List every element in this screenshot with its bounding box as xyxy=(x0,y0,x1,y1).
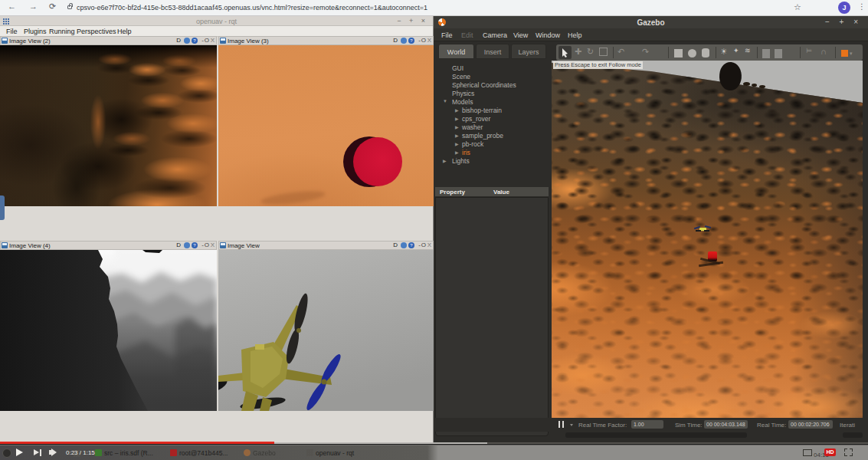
minimize-icon[interactable]: - xyxy=(418,242,421,248)
collapse-arrow-icon[interactable]: ▼ xyxy=(443,99,447,104)
minimize-icon[interactable]: - xyxy=(418,37,421,44)
gazebo-menu-view[interactable]: View xyxy=(513,31,528,39)
step-caret-icon[interactable] xyxy=(570,424,573,426)
expand-arrow-icon[interactable]: ▶ xyxy=(443,158,447,163)
rtf-value[interactable]: 1.00 xyxy=(631,420,663,429)
tab-layers[interactable]: Layers xyxy=(511,44,546,59)
help-icon[interactable]: ? xyxy=(192,38,198,44)
hd-settings-badge[interactable]: HD xyxy=(824,449,836,456)
dock-button[interactable]: D xyxy=(176,242,181,248)
close-icon[interactable]: X xyxy=(427,37,431,44)
property-table-body[interactable] xyxy=(435,197,549,436)
point-light-icon[interactable]: ☀ xyxy=(720,47,728,57)
taskbar-item-terminal-2[interactable]: root@741b445... xyxy=(170,448,239,459)
image-view-titlebar[interactable]: Image View D ? - O X xyxy=(218,241,434,250)
undo-icon[interactable]: ↶ xyxy=(617,47,624,57)
gazebo-menu-window[interactable]: Window xyxy=(536,31,560,39)
tab-insert[interactable]: Insert xyxy=(476,44,509,59)
float-icon[interactable]: O xyxy=(421,37,426,44)
rqt-menu-perspectives[interactable]: Perspectives xyxy=(77,28,116,35)
sim-time-value[interactable]: 00 00:04:03.148 xyxy=(704,420,748,429)
dock-splitter-handle[interactable] xyxy=(0,196,5,220)
expand-arrow-icon[interactable]: ▶ xyxy=(455,150,459,155)
value-column[interactable]: Value xyxy=(493,189,509,196)
video-progress-buffered[interactable] xyxy=(274,442,487,444)
help-icon[interactable]: ? xyxy=(408,242,414,248)
gazebo-menu-camera[interactable]: Camera xyxy=(483,31,507,39)
bookmark-star-icon[interactable]: ☆ xyxy=(794,2,801,12)
close-icon[interactable]: X xyxy=(211,242,215,248)
box-icon[interactable] xyxy=(674,49,683,58)
reload-plugin-icon[interactable] xyxy=(401,242,407,248)
image-view-3-titlebar[interactable]: Image View (3) D ? - O X xyxy=(218,36,434,45)
rqt-menu-plugins[interactable]: Plugins xyxy=(24,28,47,35)
float-icon[interactable]: O xyxy=(205,242,209,248)
tree-item-scene[interactable]: Scene xyxy=(452,73,470,80)
tree-item-models[interactable]: Models xyxy=(452,98,473,106)
rqt-menu-help[interactable]: Help xyxy=(117,28,132,35)
model-align-icon[interactable] xyxy=(841,50,848,57)
image-view-3-canvas[interactable] xyxy=(218,45,434,206)
reload-plugin-icon[interactable] xyxy=(184,38,190,44)
float-icon[interactable]: O xyxy=(205,37,209,44)
dock-button[interactable]: D xyxy=(393,242,398,248)
rqt-menu-running[interactable]: Running xyxy=(49,28,75,35)
redo-icon[interactable]: ↷ xyxy=(642,47,649,57)
real-time-value[interactable]: 00 00:02:20.706 xyxy=(788,420,833,429)
help-icon[interactable]: ? xyxy=(192,242,198,248)
translate-icon[interactable]: ✚ xyxy=(575,47,581,57)
tree-item-pb-rock[interactable]: pb-rock xyxy=(462,140,483,148)
rqt-menu-file[interactable]: File xyxy=(6,28,18,35)
gazebo-window-controls[interactable]: − + × xyxy=(825,18,862,26)
close-icon[interactable]: X xyxy=(427,242,431,248)
sphere-icon[interactable] xyxy=(688,49,696,58)
tree-item-physics[interactable]: Physics xyxy=(452,90,474,97)
align-icon[interactable]: ⊨ xyxy=(806,47,812,54)
back-icon[interactable]: ← xyxy=(8,2,16,11)
video-play-button[interactable] xyxy=(16,449,23,456)
arrow-cursor-icon[interactable] xyxy=(562,48,569,58)
cylinder-icon[interactable] xyxy=(702,48,709,58)
expand-arrow-icon[interactable]: ▶ xyxy=(455,124,459,130)
tree-item-sample-probe[interactable]: sample_probe xyxy=(462,132,503,140)
browser-menu-icon[interactable]: ⋮ xyxy=(858,2,866,11)
spot-light-icon[interactable]: ✦ xyxy=(733,47,739,54)
image-view-canvas[interactable] xyxy=(218,250,434,411)
dock-button[interactable]: D xyxy=(393,37,398,44)
video-next-button[interactable] xyxy=(34,449,39,455)
horizontal-scrollbar-end[interactable] xyxy=(843,432,863,438)
tree-item-iris[interactable]: iris xyxy=(462,149,470,156)
rqt-titlebar[interactable]: openuav - rqt − + × xyxy=(0,16,433,26)
expand-arrow-icon[interactable]: ▶ xyxy=(455,116,459,121)
url-bar[interactable]: cpsvo-e6e7f70c-bf2d-415e-bc53-88dd1acaaf… xyxy=(77,4,427,12)
miniplayer-icon[interactable] xyxy=(803,449,812,456)
tab-world[interactable]: World xyxy=(438,44,474,59)
tree-item-gui[interactable]: GUI xyxy=(452,64,463,72)
fullscreen-icon[interactable] xyxy=(844,449,853,456)
tree-item-lights[interactable]: Lights xyxy=(452,157,470,165)
gazebo-menu-help[interactable]: Help xyxy=(568,31,582,39)
expand-arrow-icon[interactable]: ▶ xyxy=(455,107,459,113)
rqt-window-controls[interactable]: − + × xyxy=(397,17,428,25)
float-icon[interactable]: O xyxy=(421,242,426,248)
image-view-4-titlebar[interactable]: Image View (4) D ? - O X xyxy=(0,241,217,250)
gazebo-3d-viewport[interactable]: Press Escape to exit Follow mode xyxy=(552,61,863,418)
forward-icon[interactable]: → xyxy=(29,2,38,11)
video-progress-track[interactable] xyxy=(487,442,868,444)
help-icon[interactable]: ? xyxy=(408,38,414,44)
video-prev-button[interactable] xyxy=(2,449,11,458)
dock-button[interactable]: D xyxy=(176,37,181,44)
tree-item-cps-rover[interactable]: cps_rover xyxy=(462,115,490,123)
horizontal-scrollbar[interactable] xyxy=(565,432,747,438)
close-icon[interactable]: X xyxy=(211,37,215,44)
video-progress-played[interactable] xyxy=(0,442,274,444)
copy-icon[interactable] xyxy=(762,49,770,58)
property-column[interactable]: Property xyxy=(440,189,465,196)
rotate-icon[interactable]: ↻ xyxy=(587,47,594,57)
pause-icon[interactable] xyxy=(558,421,564,428)
minimize-icon[interactable]: - xyxy=(201,37,204,44)
reload-plugin-icon[interactable] xyxy=(401,38,407,44)
tree-item-spherical[interactable]: Spherical Coordinates xyxy=(452,81,516,89)
scale-icon[interactable] xyxy=(599,48,608,56)
paste-icon[interactable] xyxy=(775,49,782,58)
